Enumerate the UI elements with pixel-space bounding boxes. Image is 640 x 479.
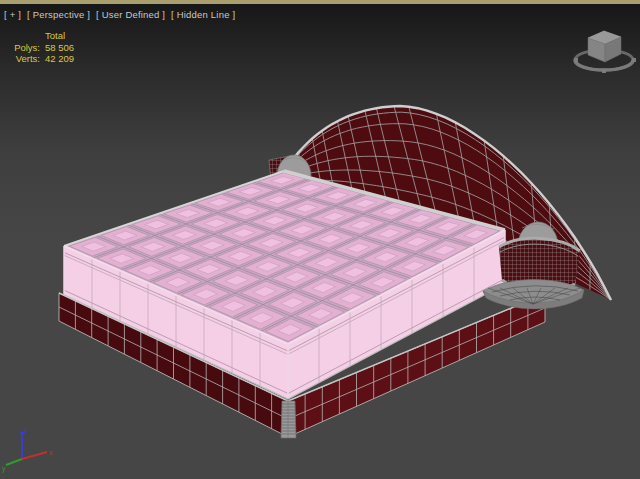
bed-model[interactable] — [59, 106, 611, 438]
stats-verts-row: Verts: 42 209 — [10, 53, 74, 65]
polys-label: Polys: — [10, 42, 40, 54]
statistics-overlay: Total Polys: 58 506 Verts: 42 209 — [10, 30, 74, 65]
axis-x-label: x — [49, 449, 53, 456]
world-axis-tripod-icon: z x y — [2, 427, 53, 473]
viewport-scene: z x y — [0, 0, 640, 479]
viewport-general-menu[interactable]: [ + ] — [4, 9, 21, 20]
viewport-camera-menu[interactable]: [ User Defined ] — [96, 9, 165, 20]
polys-value: 58 506 — [45, 42, 74, 54]
verts-value: 42 209 — [45, 53, 74, 65]
viewport-shading-menu[interactable]: [ Hidden Line ] — [171, 9, 235, 20]
viewcube-icon[interactable] — [574, 31, 636, 73]
stats-polys-row: Polys: 58 506 — [10, 42, 74, 54]
stats-spacer — [10, 30, 40, 42]
viewport-pov-menu[interactable]: [ Perspective ] — [27, 9, 90, 20]
axis-z-label: z — [24, 427, 28, 434]
verts-label: Verts: — [10, 53, 40, 65]
viewport-label-menus: [ + ] [ Perspective ] [ User Defined ] [… — [4, 9, 238, 20]
axis-y-label: y — [2, 465, 6, 473]
stats-total-header: Total — [45, 30, 65, 42]
active-viewport-border — [0, 0, 640, 4]
perspective-viewport[interactable]: z x y [ + ] [ Perspective ] [ User Defin… — [0, 0, 640, 479]
